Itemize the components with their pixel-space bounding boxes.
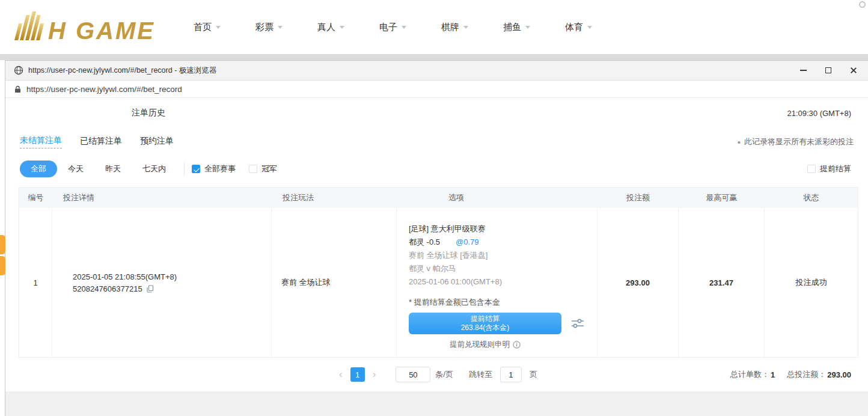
minimize-button[interactable] — [798, 66, 808, 75]
cashout-button-line2: 263.84(含本金) — [461, 323, 510, 332]
selection-match-time: 2025-01-06 01:00(GMT+8) — [409, 275, 597, 289]
bet-table: 编号 投注详情 投注玩法 选项 投注额 最高可赢 状态 1 2025-01-05… — [19, 187, 858, 358]
page-corner-icon[interactable] — [859, 1, 866, 8]
minimize-icon — [800, 70, 807, 71]
nav-item-slots[interactable]: 电子 — [379, 22, 406, 33]
page-number-1[interactable]: 1 — [350, 367, 365, 382]
close-button[interactable] — [849, 66, 858, 75]
page-title: 注单历史 — [132, 108, 165, 118]
bet-time: 2025-01-05 21:08:55(GMT+8) — [73, 272, 271, 281]
logo[interactable]: H GAME — [18, 11, 155, 43]
unsettled-note: • 此记录将显示所有未派彩的投注 — [738, 136, 854, 147]
tab-settled[interactable]: 已结算注单 — [80, 136, 122, 148]
pagination-bar: ‹ 1 › 条/页 跳转至 页 总计单数： 1 总投注额： 293.00 — [5, 358, 868, 391]
total-amount-value: 293.00 — [827, 370, 851, 379]
checkbox-label: 冠军 — [261, 164, 277, 174]
cell-max-win: 231.47 — [679, 208, 765, 357]
checkbox-unchecked-icon — [249, 165, 257, 173]
nav-item-sports[interactable]: 体育 — [565, 22, 592, 33]
desktop-gap — [0, 54, 868, 60]
chevron-down-icon — [587, 26, 592, 29]
selection-match: 都灵 v 帕尔马 — [409, 262, 597, 275]
jump-to-label: 跳转至 — [469, 369, 492, 380]
window-controls — [798, 66, 860, 75]
maximize-icon — [825, 67, 831, 73]
chevron-down-icon — [525, 26, 530, 29]
nav-item-live[interactable]: 真人 — [317, 22, 344, 33]
col-header-selection: 选项 — [397, 192, 598, 203]
lock-icon — [14, 85, 21, 93]
filter-divider — [184, 162, 185, 176]
site-header: H GAME 首页 彩票 真人 电子 棋牌 捕鱼 体育 — [0, 0, 868, 54]
checkbox-checked-icon — [192, 165, 200, 173]
selection-pick-row: 都灵 -0.5@0.79 — [409, 236, 597, 249]
nav-label: 彩票 — [255, 22, 274, 33]
cashout-rule-link[interactable]: 提前兑现规则申明 — [409, 340, 561, 350]
page-header: 注单历史 21:09:30 (GMT+8) — [5, 98, 868, 128]
bet-id: 5208247606377215 — [73, 284, 142, 293]
col-header-no: 编号 — [19, 192, 52, 203]
nav-label: 棋牌 — [441, 22, 459, 33]
total-count-label: 总计单数： — [730, 369, 769, 380]
tune-slider-icon[interactable] — [571, 318, 584, 329]
selection-market: 赛前 全场让球 [香港盘] — [409, 249, 597, 262]
nav-label: 真人 — [317, 22, 335, 33]
checkbox-label: 提前结算 — [820, 164, 851, 174]
jump-page-input[interactable] — [500, 367, 522, 382]
filter-row: 全部 今天 昨天 七天内 全部赛事 冠军 提前结算 — [5, 156, 868, 182]
chevron-down-icon — [340, 26, 344, 29]
tab-unsettled[interactable]: 未结算注单 — [20, 135, 62, 148]
checkbox-label: 全部赛事 — [204, 164, 236, 174]
nav-item-cards[interactable]: 棋牌 — [441, 22, 468, 33]
server-clock: 21:09:30 (GMT+8) — [787, 109, 851, 118]
cell-row-number: 1 — [19, 208, 52, 357]
main-nav: 首页 彩票 真人 电子 棋牌 捕鱼 体育 — [194, 22, 592, 33]
filter-pill-yesterday[interactable]: 昨天 — [94, 161, 132, 177]
selection-odds: @0.79 — [456, 237, 479, 246]
checkbox-early-settle[interactable]: 提前结算 — [807, 164, 851, 174]
col-header-detail: 投注详情 — [52, 192, 272, 203]
logo-text: H GAME — [48, 19, 155, 43]
chevron-down-icon — [402, 26, 406, 29]
window-titlebar[interactable]: https://user-pc-new.jylywl.com/#/bet_rec… — [5, 61, 868, 81]
nav-item-lottery[interactable]: 彩票 — [255, 22, 283, 33]
nav-label: 首页 — [194, 22, 212, 33]
tab-reserved[interactable]: 预约注单 — [140, 136, 174, 148]
tabs-row: 未结算注单 已结算注单 预约注单 • 此记录将显示所有未派彩的投注 — [5, 128, 868, 156]
address-bar[interactable]: https://user-pc-new.jylywl.com/#/bet_rec… — [5, 81, 868, 98]
note-bullet: • — [738, 137, 741, 147]
copy-icon[interactable] — [147, 285, 154, 293]
nav-item-fishing[interactable]: 捕鱼 — [503, 22, 530, 33]
cell-selection: [足球] 意大利甲级联赛 都灵 -0.5@0.79 赛前 全场让球 [香港盘] … — [397, 208, 598, 357]
checkbox-all-events[interactable]: 全部赛事 — [192, 164, 236, 174]
page-size-input[interactable] — [396, 367, 430, 382]
col-header-status: 状态 — [765, 192, 858, 203]
globe-favicon-icon — [14, 66, 23, 75]
cashout-button[interactable]: 提前结算 263.84(含本金) — [409, 313, 561, 334]
logo-mark-icon — [14, 11, 47, 40]
close-icon — [850, 67, 857, 74]
cell-status: 投注成功 — [765, 208, 858, 357]
selection-league: [足球] 意大利甲级联赛 — [409, 222, 597, 236]
nav-item-home[interactable]: 首页 — [194, 22, 221, 33]
col-header-amount: 投注额 — [598, 192, 679, 203]
nav-label: 电子 — [379, 22, 397, 33]
totals: 总计单数： 1 总投注额： 293.00 — [730, 369, 851, 380]
cell-bet-detail: 2025-01-05 21:08:55(GMT+8) 5208247606377… — [52, 208, 272, 357]
filter-pill-7days[interactable]: 七天内 — [132, 161, 177, 177]
principal-note: * 提前结算金额已包含本金 — [409, 296, 597, 309]
bottom-background — [5, 391, 868, 416]
maximize-button[interactable] — [824, 66, 833, 75]
table-row: 1 2025-01-05 21:08:55(GMT+8) 52082476063… — [19, 208, 858, 357]
filter-pill-today[interactable]: 今天 — [57, 161, 94, 177]
col-header-maxwin: 最高可赢 — [679, 192, 765, 203]
checkbox-champion[interactable]: 冠军 — [249, 164, 277, 174]
col-header-play: 投注玩法 — [272, 192, 397, 203]
chevron-down-icon — [463, 26, 468, 29]
prev-page-arrow[interactable]: ‹ — [336, 369, 346, 381]
info-icon — [513, 341, 521, 349]
filter-pill-all[interactable]: 全部 — [20, 161, 57, 177]
next-page-arrow[interactable]: › — [370, 369, 379, 381]
table-header-row: 编号 投注详情 投注玩法 选项 投注额 最高可赢 状态 — [19, 188, 858, 208]
floating-side-widget[interactable] — [0, 235, 5, 275]
